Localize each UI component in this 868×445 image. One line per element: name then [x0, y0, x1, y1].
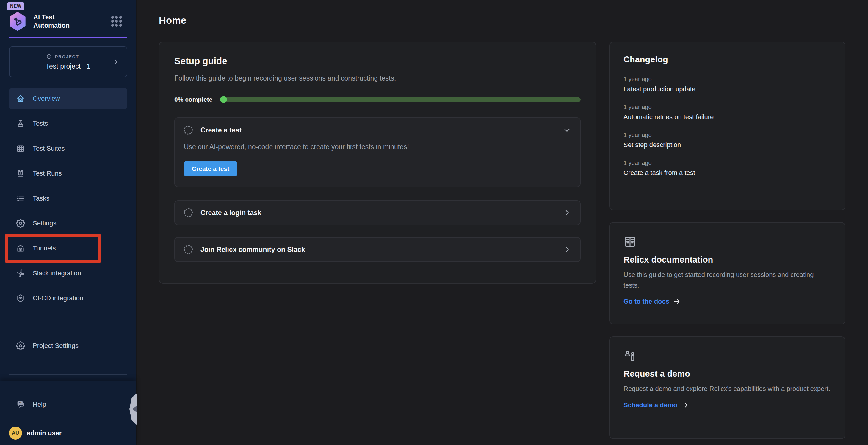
app-title: AI Test Automation — [33, 13, 87, 30]
sidebar-item-slack-integration[interactable]: Slack integration — [9, 263, 127, 284]
request-demo-card: Request a demo Request a demo and explor… — [609, 336, 845, 439]
help-button[interactable]: ? Help — [9, 396, 127, 413]
project-name: Test project - 1 — [46, 62, 91, 70]
task-list-icon — [16, 194, 25, 203]
documentation-title: Relicx documentation — [623, 255, 831, 265]
step-title: Join Relicx community on Slack — [200, 246, 305, 254]
sidebar-item-label: CI-CD integration — [33, 295, 83, 302]
create-test-button[interactable]: Create a test — [184, 161, 237, 176]
slack-icon — [16, 269, 25, 278]
schedule-demo-link[interactable]: Schedule a demo — [623, 401, 831, 409]
flask-icon — [16, 119, 25, 128]
changelog-entry-title: Set step description — [623, 141, 831, 149]
people-icon — [623, 349, 831, 363]
cube-icon — [46, 54, 52, 60]
setup-guide-card: Setup guide Follow this guide to begin r… — [159, 42, 596, 284]
changelog-title: Changelog — [623, 55, 831, 65]
progress-label: 0% complete — [174, 96, 212, 103]
setup-step-join-slack[interactable]: Join Relicx community on Slack — [174, 237, 581, 262]
step-title: Create a test — [200, 126, 242, 134]
changelog-entry: 1 year ago Latest production update — [623, 76, 831, 93]
sidebar-item-label: Test Runs — [33, 170, 62, 177]
sidebar-item-settings[interactable]: Settings — [9, 213, 127, 234]
step-description: Use our AI-powered, no-code interface to… — [184, 143, 571, 151]
request-demo-body: Request a demo and explore Relicx's capa… — [623, 383, 831, 394]
sidebar-item-project-settings[interactable]: Project Settings — [9, 335, 127, 356]
help-chat-icon: ? — [16, 400, 26, 409]
step-title: Create a login task — [200, 209, 261, 217]
avatar: AU — [9, 426, 22, 440]
sidebar-item-tasks[interactable]: Tasks — [9, 188, 127, 209]
setup-progress: 0% complete — [174, 96, 581, 103]
app-window: NEW AI Test Automation — [0, 0, 868, 445]
documentation-icon — [623, 235, 831, 248]
link-label: Schedule a demo — [623, 401, 677, 409]
chevron-down-icon — [563, 126, 571, 134]
home-icon — [16, 94, 25, 103]
progress-bar — [221, 97, 581, 102]
request-demo-title: Request a demo — [623, 369, 831, 379]
setup-step-create-test: Create a test Use our AI-powered, no-cod… — [174, 117, 581, 187]
brand-row: AI Test Automation — [9, 12, 127, 31]
progress-dot — [220, 96, 227, 103]
chevron-right-icon — [563, 245, 571, 254]
page-title: Home — [159, 15, 845, 26]
sidebar-item-test-suites[interactable]: Test Suites — [9, 138, 127, 159]
right-column: Changelog 1 year ago Latest production u… — [609, 42, 845, 439]
changelog-entry: 1 year ago Automatic retries on test fai… — [623, 104, 831, 121]
arrow-right-icon — [681, 401, 689, 409]
changelog-time: 1 year ago — [623, 132, 831, 138]
incomplete-step-icon — [184, 245, 193, 254]
collapse-arrow-icon — [132, 406, 136, 412]
new-badge: NEW — [7, 2, 24, 10]
sidebar-top: NEW AI Test Automation — [0, 0, 136, 375]
sidebar-item-test-runs[interactable]: Test Runs — [9, 163, 127, 184]
apps-grid-icon[interactable] — [111, 16, 122, 27]
project-label: PROJECT — [55, 54, 79, 59]
sidebar-divider — [9, 374, 127, 375]
chevron-right-icon — [112, 58, 120, 66]
table-grid-icon — [16, 144, 25, 153]
app-logo — [9, 12, 26, 31]
sidebar-item-label: Tests — [33, 120, 48, 128]
changelog-entry-title: Latest production update — [623, 85, 831, 93]
documentation-card: Relicx documentation Use this guide to g… — [609, 222, 845, 324]
changelog-entry-title: Create a task from a test — [623, 169, 831, 177]
sidebar-nav: Overview Tests T — [9, 88, 127, 309]
project-label-row: PROJECT — [46, 54, 79, 60]
columns-run-icon — [16, 169, 25, 178]
sidebar: NEW AI Test Automation — [0, 0, 137, 445]
main-content: Home Setup guide Follow this guide to be… — [137, 0, 868, 445]
sidebar-item-label: Test Suites — [33, 145, 65, 152]
sidebar-bottom: ? Help AU admin user — [0, 381, 136, 445]
setup-step-login-task[interactable]: Create a login task — [174, 200, 581, 225]
changelog-entry: 1 year ago Create a task from a test — [623, 160, 831, 177]
link-label: Go to the docs — [623, 298, 669, 305]
svg-text:?: ? — [19, 401, 21, 405]
sidebar-item-cicd-integration[interactable]: CI-CD integration — [9, 287, 127, 309]
sidebar-item-label: Settings — [33, 219, 57, 227]
cicd-hexagon-icon — [16, 294, 25, 303]
flask-logo-icon — [10, 14, 25, 29]
sidebar-divider — [9, 322, 127, 323]
sidebar-item-label: Project Settings — [33, 342, 79, 350]
user-menu[interactable]: AU admin user — [9, 426, 127, 440]
go-to-docs-link[interactable]: Go to the docs — [623, 298, 831, 305]
help-label: Help — [33, 401, 46, 408]
sidebar-item-tunnels[interactable]: Tunnels — [9, 238, 127, 259]
arrow-right-icon — [673, 298, 681, 305]
sidebar-item-label: Slack integration — [33, 269, 81, 277]
sidebar-item-overview[interactable]: Overview — [9, 88, 127, 109]
documentation-body: Use this guide to get started recording … — [623, 269, 831, 290]
sidebar-item-label: Tasks — [33, 195, 50, 202]
changelog-time: 1 year ago — [623, 160, 831, 166]
step-header[interactable]: Create a test — [184, 126, 571, 135]
changelog-time: 1 year ago — [623, 104, 831, 110]
gear-icon — [16, 219, 25, 228]
sidebar-item-tests[interactable]: Tests — [9, 113, 127, 134]
sidebar-item-label: Overview — [33, 95, 60, 102]
user-name: admin user — [27, 429, 62, 437]
project-selector[interactable]: PROJECT Test project - 1 — [9, 46, 127, 77]
changelog-time: 1 year ago — [623, 76, 831, 82]
setup-guide-title: Setup guide — [174, 56, 581, 67]
